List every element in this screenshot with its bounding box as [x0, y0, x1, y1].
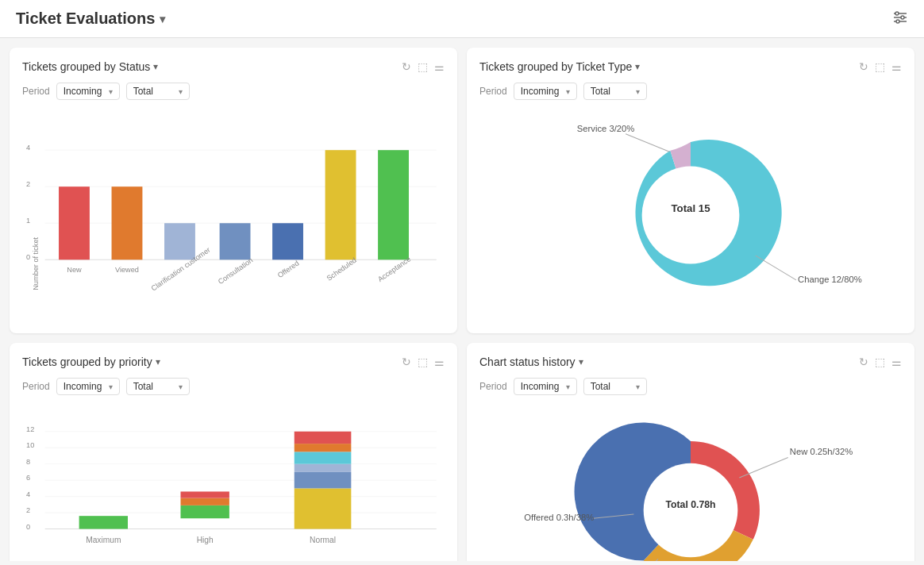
status-history-title-chevron[interactable]: ▾ — [579, 356, 583, 367]
svg-rect-50 — [79, 516, 128, 528]
svg-text:New: New — [67, 266, 82, 274]
ticket-type-card: Tickets grouped by Ticket Type ▾ ↻ ⬚ ⚌ P… — [467, 48, 914, 333]
svg-text:Maximum: Maximum — [86, 536, 121, 544]
status-card-actions: ↻ ⬚ ⚌ — [402, 60, 445, 73]
ticket-type-card-title: Tickets grouped by Ticket Type ▾ — [479, 60, 640, 73]
svg-line-33 — [756, 256, 796, 280]
svg-rect-52 — [181, 505, 229, 518]
refresh-icon[interactable]: ↻ — [859, 60, 868, 73]
svg-text:Offered 0.3h/38%: Offered 0.3h/38% — [524, 513, 594, 522]
export-icon[interactable]: ⬚ — [875, 356, 885, 368]
svg-rect-54 — [181, 491, 229, 498]
svg-text:Total 15: Total 15 — [671, 202, 710, 214]
priority-total-select[interactable]: Total ▾ — [126, 378, 190, 395]
status-chart-area: 4 2 1 0 Number of ticket New Viewed — [22, 110, 445, 321]
ticket-type-filter-row: Period Incoming ▾ Total ▾ — [479, 83, 902, 100]
incoming-arrow-icon: ▾ — [566, 382, 570, 391]
status-incoming-select[interactable]: Incoming ▾ — [56, 83, 120, 100]
status-history-card-actions: ↻ ⬚ ⚌ — [859, 356, 902, 368]
settings-icon[interactable]: ⚌ — [891, 356, 902, 368]
svg-point-5 — [896, 20, 899, 23]
refresh-icon[interactable]: ↻ — [402, 356, 411, 368]
status-period-label: Period — [22, 86, 50, 97]
priority-incoming-select[interactable]: Incoming ▾ — [56, 378, 120, 395]
svg-rect-19 — [164, 223, 195, 259]
export-icon[interactable]: ⬚ — [418, 356, 428, 368]
priority-title-chevron[interactable]: ▾ — [156, 356, 160, 367]
svg-rect-57 — [295, 472, 352, 488]
svg-line-31 — [626, 134, 669, 152]
total-arrow-icon: ▾ — [179, 382, 183, 391]
total-arrow-icon: ▾ — [179, 87, 183, 96]
export-icon[interactable]: ⬚ — [875, 60, 885, 73]
ticket-type-chart-area: Total 15 Service 3/20% Change 12/80% — [479, 110, 902, 321]
ticket-type-card-header: Tickets grouped by Ticket Type ▾ ↻ ⬚ ⚌ — [479, 60, 902, 73]
svg-rect-23 — [272, 223, 303, 259]
status-history-card: Chart status history ▾ ↻ ⬚ ⚌ Period Inco… — [467, 343, 914, 561]
svg-text:12: 12 — [26, 425, 34, 433]
ticket-type-period-label: Period — [479, 86, 507, 97]
status-title-chevron[interactable]: ▾ — [153, 61, 158, 72]
status-card-title: Tickets grouped by Status ▾ — [22, 60, 158, 73]
svg-text:High: High — [197, 536, 214, 544]
incoming-arrow-icon: ▾ — [109, 87, 113, 96]
total-arrow-icon: ▾ — [636, 382, 640, 391]
status-history-total-select[interactable]: Total ▾ — [583, 378, 647, 395]
status-total-select[interactable]: Total ▾ — [126, 83, 190, 100]
svg-text:4: 4 — [26, 144, 30, 152]
status-history-period-label: Period — [479, 381, 507, 392]
ticket-type-total-select[interactable]: Total ▾ — [583, 83, 647, 100]
svg-text:New 0.25h/32%: New 0.25h/32% — [790, 447, 853, 456]
svg-point-63 — [644, 463, 738, 558]
svg-text:Total 0.78h: Total 0.78h — [665, 499, 715, 510]
page-title: Ticket Evaluations ▾ — [16, 10, 165, 28]
svg-line-65 — [739, 458, 787, 479]
refresh-icon[interactable]: ↻ — [859, 356, 868, 368]
svg-text:Change 12/80%: Change 12/80% — [798, 275, 862, 284]
priority-card-header: Tickets grouped by priority ▾ ↻ ⬚ ⚌ — [22, 356, 445, 368]
status-card: Tickets grouped by Status ▾ ↻ ⬚ ⚌ Period… — [10, 48, 457, 333]
status-card-header: Tickets grouped by Status ▾ ↻ ⬚ ⚌ — [22, 60, 445, 73]
title-text: Ticket Evaluations — [16, 10, 155, 28]
priority-card: Tickets grouped by priority ▾ ↻ ⬚ ⚌ Peri… — [10, 343, 457, 561]
svg-text:0: 0 — [26, 253, 30, 261]
incoming-arrow-icon: ▾ — [109, 382, 113, 391]
filter-icon[interactable] — [892, 10, 908, 28]
status-history-card-title: Chart status history ▾ — [479, 356, 583, 368]
svg-text:6: 6 — [26, 474, 30, 482]
priority-card-title: Tickets grouped by priority ▾ — [22, 356, 160, 368]
svg-text:1: 1 — [26, 217, 30, 225]
status-filter-row: Period Incoming ▾ Total ▾ — [22, 83, 445, 100]
svg-rect-27 — [378, 150, 409, 259]
ticket-type-card-actions: ↻ ⬚ ⚌ — [859, 60, 902, 73]
settings-icon[interactable]: ⚌ — [434, 356, 445, 368]
svg-rect-58 — [295, 464, 352, 472]
incoming-arrow-icon: ▾ — [566, 87, 570, 96]
svg-rect-61 — [295, 432, 352, 444]
svg-text:Consultation: Consultation — [217, 256, 255, 286]
settings-icon[interactable]: ⚌ — [434, 60, 445, 73]
svg-point-3 — [895, 12, 899, 15]
svg-text:Number of ticket: Number of ticket — [32, 236, 40, 290]
total-arrow-icon: ▾ — [636, 87, 640, 96]
status-history-card-header: Chart status history ▾ ↻ ⬚ ⚌ — [479, 356, 902, 368]
refresh-icon[interactable]: ↻ — [402, 60, 411, 73]
status-history-incoming-select[interactable]: Incoming ▾ — [514, 378, 577, 395]
svg-rect-17 — [112, 186, 143, 259]
svg-rect-53 — [181, 498, 229, 505]
svg-text:8: 8 — [26, 458, 30, 466]
priority-card-actions: ↻ ⬚ ⚌ — [402, 356, 445, 368]
svg-rect-56 — [295, 488, 352, 528]
ticket-type-title-chevron[interactable]: ▾ — [635, 61, 640, 72]
svg-point-29 — [642, 167, 740, 264]
settings-icon[interactable]: ⚌ — [891, 60, 902, 73]
svg-text:Offered: Offered — [276, 259, 301, 280]
svg-text:Normal: Normal — [310, 536, 336, 544]
title-chevron-icon[interactable]: ▾ — [160, 13, 165, 25]
svg-text:Service 3/20%: Service 3/20% — [577, 124, 635, 133]
svg-text:Viewed: Viewed — [115, 266, 139, 274]
svg-rect-60 — [295, 444, 352, 452]
ticket-type-incoming-select[interactable]: Incoming ▾ — [514, 83, 577, 100]
export-icon[interactable]: ⬚ — [418, 60, 428, 73]
priority-chart-area: Number of tickets 12 10 8 6 4 2 0 — [22, 405, 445, 561]
